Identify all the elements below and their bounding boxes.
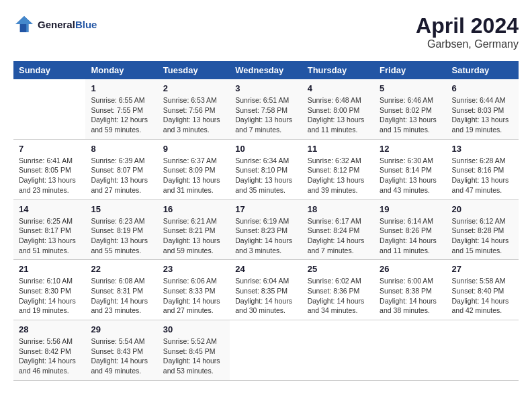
week-row-3: 14Sunrise: 6:25 AM Sunset: 8:17 PM Dayli… xyxy=(13,199,519,260)
day-info: Sunrise: 6:41 AM Sunset: 8:05 PM Dayligh… xyxy=(19,156,80,195)
week-row-1: 1Sunrise: 6:55 AM Sunset: 7:55 PM Daylig… xyxy=(13,79,519,139)
calendar-table: SundayMondayTuesdayWednesdayThursdayFrid… xyxy=(13,61,519,381)
day-number: 21 xyxy=(19,264,80,274)
logo-blue: Blue xyxy=(75,19,97,30)
day-info: Sunrise: 6:51 AM Sunset: 7:58 PM Dayligh… xyxy=(235,95,296,135)
column-header-wednesday: Wednesday xyxy=(230,61,302,79)
day-number: 2 xyxy=(163,83,224,93)
day-cell: 15Sunrise: 6:23 AM Sunset: 8:19 PM Dayli… xyxy=(85,199,157,260)
day-number: 16 xyxy=(163,204,224,214)
day-number: 23 xyxy=(163,264,224,274)
day-info: Sunrise: 6:19 AM Sunset: 8:23 PM Dayligh… xyxy=(235,216,296,256)
day-cell: 17Sunrise: 6:19 AM Sunset: 8:23 PM Dayli… xyxy=(230,199,302,260)
day-cell: 29Sunrise: 5:54 AM Sunset: 8:43 PM Dayli… xyxy=(85,320,157,381)
logo: GeneralBlue xyxy=(13,13,97,35)
day-cell: 6Sunrise: 6:44 AM Sunset: 8:03 PM Daylig… xyxy=(447,79,519,139)
day-info: Sunrise: 6:28 AM Sunset: 8:16 PM Dayligh… xyxy=(452,156,513,195)
day-number: 11 xyxy=(308,144,369,154)
day-number: 20 xyxy=(452,204,513,214)
day-number: 8 xyxy=(91,144,152,154)
day-number: 15 xyxy=(91,204,152,214)
week-row-4: 21Sunrise: 6:10 AM Sunset: 8:30 PM Dayli… xyxy=(13,260,519,320)
day-info: Sunrise: 6:21 AM Sunset: 8:21 PM Dayligh… xyxy=(163,216,224,256)
day-number: 26 xyxy=(380,264,441,274)
title-block: April 2024 Garbsen, Germany xyxy=(416,13,519,50)
day-info: Sunrise: 5:52 AM Sunset: 8:45 PM Dayligh… xyxy=(163,336,224,376)
day-cell xyxy=(13,79,85,139)
day-info: Sunrise: 6:53 AM Sunset: 7:56 PM Dayligh… xyxy=(163,95,224,135)
day-number: 27 xyxy=(452,264,513,274)
day-number: 30 xyxy=(163,324,224,334)
day-number: 13 xyxy=(452,144,513,154)
day-number: 9 xyxy=(163,144,224,154)
day-number: 1 xyxy=(91,83,152,93)
day-cell xyxy=(302,320,374,381)
day-cell: 3Sunrise: 6:51 AM Sunset: 7:58 PM Daylig… xyxy=(230,79,302,139)
day-number: 14 xyxy=(19,204,80,214)
day-number: 17 xyxy=(235,204,296,214)
logo-general: General xyxy=(38,19,75,30)
day-info: Sunrise: 6:00 AM Sunset: 8:38 PM Dayligh… xyxy=(380,276,441,316)
day-number: 25 xyxy=(308,264,369,274)
day-cell: 2Sunrise: 6:53 AM Sunset: 7:56 PM Daylig… xyxy=(158,79,230,139)
day-info: Sunrise: 6:55 AM Sunset: 7:55 PM Dayligh… xyxy=(91,95,152,135)
day-info: Sunrise: 5:56 AM Sunset: 8:42 PM Dayligh… xyxy=(19,336,80,376)
day-number: 19 xyxy=(380,204,441,214)
column-header-monday: Monday xyxy=(85,61,157,79)
day-cell: 12Sunrise: 6:30 AM Sunset: 8:14 PM Dayli… xyxy=(374,139,446,199)
day-info: Sunrise: 6:10 AM Sunset: 8:30 PM Dayligh… xyxy=(19,276,80,316)
day-cell xyxy=(447,320,519,381)
day-cell: 25Sunrise: 6:02 AM Sunset: 8:36 PM Dayli… xyxy=(302,260,374,320)
day-cell: 26Sunrise: 6:00 AM Sunset: 8:38 PM Dayli… xyxy=(374,260,446,320)
day-info: Sunrise: 5:54 AM Sunset: 8:43 PM Dayligh… xyxy=(91,336,152,376)
day-number: 18 xyxy=(308,204,369,214)
day-info: Sunrise: 6:30 AM Sunset: 8:14 PM Dayligh… xyxy=(380,156,441,195)
day-cell: 27Sunrise: 5:58 AM Sunset: 8:40 PM Dayli… xyxy=(447,260,519,320)
day-number: 22 xyxy=(91,264,152,274)
day-info: Sunrise: 6:39 AM Sunset: 8:07 PM Dayligh… xyxy=(91,156,152,195)
day-cell: 11Sunrise: 6:32 AM Sunset: 8:12 PM Dayli… xyxy=(302,139,374,199)
day-info: Sunrise: 6:17 AM Sunset: 8:24 PM Dayligh… xyxy=(308,216,369,256)
day-number: 24 xyxy=(235,264,296,274)
day-info: Sunrise: 6:25 AM Sunset: 8:17 PM Dayligh… xyxy=(19,216,80,256)
column-header-saturday: Saturday xyxy=(447,61,519,79)
week-row-2: 7Sunrise: 6:41 AM Sunset: 8:05 PM Daylig… xyxy=(13,139,519,199)
day-info: Sunrise: 6:02 AM Sunset: 8:36 PM Dayligh… xyxy=(308,276,369,316)
column-header-friday: Friday xyxy=(374,61,446,79)
day-cell: 23Sunrise: 6:06 AM Sunset: 8:33 PM Dayli… xyxy=(158,260,230,320)
day-info: Sunrise: 6:08 AM Sunset: 8:31 PM Dayligh… xyxy=(91,276,152,316)
day-cell: 20Sunrise: 6:12 AM Sunset: 8:28 PM Dayli… xyxy=(447,199,519,260)
day-info: Sunrise: 6:12 AM Sunset: 8:28 PM Dayligh… xyxy=(452,216,513,256)
day-cell: 8Sunrise: 6:39 AM Sunset: 8:07 PM Daylig… xyxy=(85,139,157,199)
day-number: 10 xyxy=(235,144,296,154)
day-cell: 21Sunrise: 6:10 AM Sunset: 8:30 PM Dayli… xyxy=(13,260,85,320)
day-number: 28 xyxy=(19,324,80,334)
day-info: Sunrise: 6:06 AM Sunset: 8:33 PM Dayligh… xyxy=(163,276,224,316)
column-header-thursday: Thursday xyxy=(302,61,374,79)
day-number: 4 xyxy=(308,83,369,93)
column-header-sunday: Sunday xyxy=(13,61,85,79)
day-number: 12 xyxy=(380,144,441,154)
day-info: Sunrise: 6:48 AM Sunset: 8:00 PM Dayligh… xyxy=(308,95,369,135)
day-info: Sunrise: 6:46 AM Sunset: 8:02 PM Dayligh… xyxy=(380,95,441,135)
day-info: Sunrise: 5:58 AM Sunset: 8:40 PM Dayligh… xyxy=(452,276,513,316)
day-number: 6 xyxy=(452,83,513,93)
logo-text: GeneralBlue xyxy=(38,19,97,30)
day-number: 7 xyxy=(19,144,80,154)
day-cell: 1Sunrise: 6:55 AM Sunset: 7:55 PM Daylig… xyxy=(85,79,157,139)
logo-icon xyxy=(13,13,35,35)
week-row-5: 28Sunrise: 5:56 AM Sunset: 8:42 PM Dayli… xyxy=(13,320,519,381)
page-header: GeneralBlue April 2024 Garbsen, Germany xyxy=(13,13,519,50)
day-number: 5 xyxy=(380,83,441,93)
day-cell: 18Sunrise: 6:17 AM Sunset: 8:24 PM Dayli… xyxy=(302,199,374,260)
day-number: 3 xyxy=(235,83,296,93)
day-info: Sunrise: 6:32 AM Sunset: 8:12 PM Dayligh… xyxy=(308,156,369,195)
day-cell xyxy=(230,320,302,381)
day-info: Sunrise: 6:44 AM Sunset: 8:03 PM Dayligh… xyxy=(452,95,513,135)
day-cell: 7Sunrise: 6:41 AM Sunset: 8:05 PM Daylig… xyxy=(13,139,85,199)
day-cell: 28Sunrise: 5:56 AM Sunset: 8:42 PM Dayli… xyxy=(13,320,85,381)
header-row: SundayMondayTuesdayWednesdayThursdayFrid… xyxy=(13,61,519,79)
day-info: Sunrise: 6:34 AM Sunset: 8:10 PM Dayligh… xyxy=(235,156,296,195)
day-cell: 16Sunrise: 6:21 AM Sunset: 8:21 PM Dayli… xyxy=(158,199,230,260)
day-cell: 10Sunrise: 6:34 AM Sunset: 8:10 PM Dayli… xyxy=(230,139,302,199)
